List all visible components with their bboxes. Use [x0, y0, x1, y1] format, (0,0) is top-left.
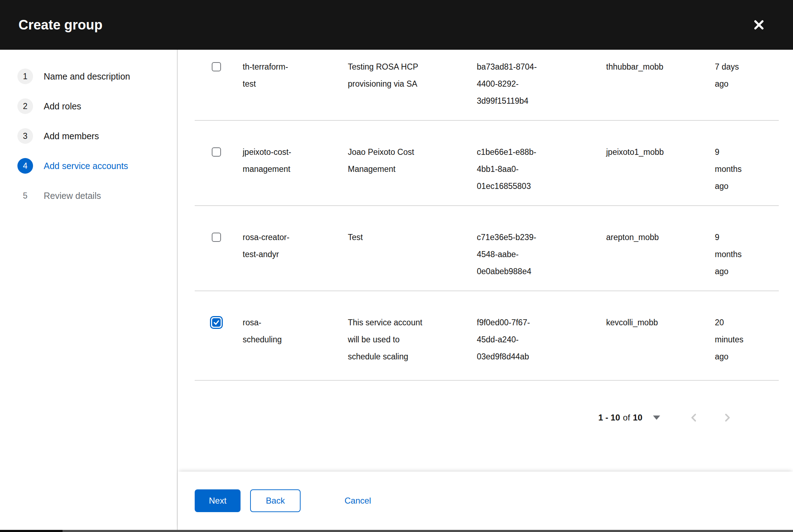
step-label: Review details [44, 191, 101, 201]
chevron-right-icon [723, 412, 732, 423]
pagination-range: 1 - 10 [598, 413, 620, 422]
pagination-prev-button[interactable] [689, 412, 698, 423]
wizard-step-add-roles[interactable]: 2 Add roles [0, 98, 177, 114]
row-select-cell [212, 314, 243, 329]
step-number-badge: 3 [17, 128, 33, 144]
step-number-badge: 5 [17, 188, 33, 203]
description-cell: Testing ROSA HCP provisioning via SA [348, 58, 430, 92]
service-account-name-cell: jpeixoto-cost-management [243, 143, 296, 178]
pagination-range-text: 1 - 10of10 [598, 413, 642, 423]
table-row: jpeixoto-cost-management Joao Peixoto Co… [178, 121, 793, 206]
time-created-cell: 9 months ago [715, 229, 746, 280]
owner-cell: thhubbar_mobb [606, 58, 674, 75]
step-label: Add members [44, 131, 99, 141]
next-button[interactable]: Next [195, 489, 241, 512]
step-label: Add roles [44, 101, 81, 112]
chevron-left-icon [689, 412, 698, 423]
client-id-cell: f9f0ed00-7f67-45dd-a240-03ed9f8d44ab [477, 314, 546, 365]
wizard-step-add-service-accounts[interactable]: 4 Add service accounts [0, 158, 177, 174]
pagination-of-label: of [623, 413, 630, 422]
description-cell: Joao Peixoto Cost Management [348, 143, 430, 178]
pagination-menu-toggle[interactable] [649, 412, 664, 423]
client-id-cell: c71e36e5-b239-4548-aabe-0e0abeb988e4 [477, 229, 546, 280]
underlying-page-edge-dark [0, 530, 63, 532]
step-label: Add service accounts [44, 161, 128, 171]
owner-cell: jpeixoto1_mobb [606, 143, 674, 161]
step-number-badge: 1 [17, 69, 33, 84]
time-created-cell: 7 days ago [715, 58, 746, 92]
close-icon [753, 19, 765, 31]
row-select-cell [212, 58, 243, 71]
step-number-badge: 2 [17, 98, 33, 114]
checkmark-icon [212, 318, 221, 327]
underlying-page-edge [0, 530, 793, 532]
table-row: rosa-scheduling This service account wil… [178, 291, 793, 381]
time-created-cell: 9 months ago [715, 143, 746, 195]
time-created-cell: 20 minutes ago [715, 314, 746, 365]
row-checkbox[interactable] [210, 316, 223, 329]
cancel-button[interactable]: Cancel [345, 489, 371, 512]
pagination-total: 10 [633, 413, 642, 422]
row-checkbox[interactable] [212, 62, 221, 71]
service-account-name-cell: rosa-scheduling [243, 314, 296, 348]
description-cell: Test [348, 229, 430, 246]
wizard-step-add-members[interactable]: 3 Add members [0, 128, 177, 144]
caret-down-icon [653, 416, 660, 420]
modal-title: Create group [18, 17, 102, 33]
table-row: th-terraform-test Testing ROSA HCP provi… [178, 50, 793, 121]
wizard-steps-nav: 1 Name and description 2 Add roles 3 Add… [0, 50, 178, 530]
step-number-badge: 4 [17, 158, 33, 174]
back-button[interactable]: Back [250, 489, 300, 512]
service-account-name-cell: th-terraform-test [243, 58, 296, 92]
client-id-cell: c1be66e1-e88b-4bb1-8aa0-01ec16855803 [477, 143, 546, 195]
wizard-footer: Next Back Cancel [178, 472, 793, 530]
client-id-cell: ba73ad81-8704-4400-8292-3d99f15119b4 [477, 58, 546, 109]
row-select-cell [212, 143, 243, 157]
close-button[interactable] [750, 16, 767, 33]
row-checkbox[interactable] [212, 233, 221, 242]
row-checkbox[interactable] [212, 147, 221, 157]
wizard-step-name-and-description[interactable]: 1 Name and description [0, 69, 177, 84]
pagination: 1 - 10of10 [178, 409, 793, 426]
service-accounts-table: th-terraform-test Testing ROSA HCP provi… [178, 50, 793, 381]
modal-header: Create group [0, 0, 793, 50]
modal-content: th-terraform-test Testing ROSA HCP provi… [178, 50, 793, 530]
wizard-step-review-details: 5 Review details [0, 188, 177, 203]
row-select-cell [212, 229, 243, 242]
description-cell: This service account will be used to sch… [348, 314, 430, 365]
step-label: Name and description [44, 71, 130, 82]
service-account-name-cell: rosa-creator-test-andyr [243, 229, 296, 263]
table-row: rosa-creator-test-andyr Test c71e36e5-b2… [178, 206, 793, 291]
owner-cell: arepton_mobb [606, 229, 674, 246]
owner-cell: kevcolli_mobb [606, 314, 674, 331]
pagination-next-button[interactable] [723, 412, 732, 423]
